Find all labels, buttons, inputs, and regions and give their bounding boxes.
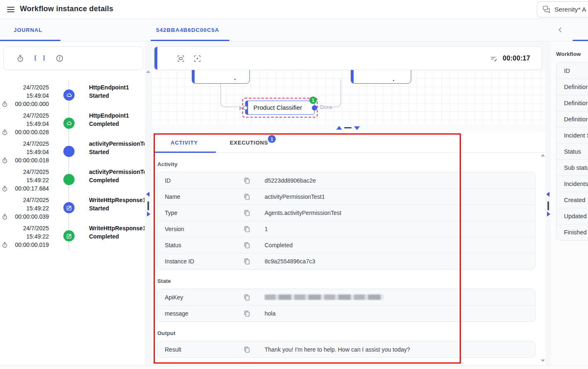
copy-icon[interactable] [243,241,251,249]
input-port[interactable] [243,106,248,110]
entry-status: Completed [89,121,119,127]
journal-panel: [ ] 24/7/2025 15:49:04 00:00:00.000 [0,41,145,365]
right-splitter-gutter [545,41,551,365]
output-port-done[interactable] [312,105,317,111]
elapsed-timer: 00:00:17 [503,55,530,62]
table-row: Sub status [557,159,588,176]
journal-entry[interactable]: 24/7/2025 15:49:22 00:00:17.684 activity… [0,164,145,192]
row-label: message [158,310,243,317]
row-label: Status [158,242,243,248]
table-row: Status Completed [158,237,535,253]
workflow-properties-panel: Workflow ID Definition ID Definition ver… [551,41,588,365]
executions-count-badge: 1 [268,135,276,143]
masked-value [265,294,383,300]
entry-activity-name: activityPermissionTest1 [89,140,145,147]
journal-entry[interactable]: 24/7/2025 15:49:04 00:00:00.028 HttpEndp… [0,108,145,136]
entry-activity-name: HttpEndpoint1 [89,84,129,91]
execution-log-icon[interactable] [490,55,497,62]
zoom-to-fit-icon[interactable] [177,55,184,62]
entry-duration: 00:00:00.019 [0,241,49,248]
tab-workflow-underline [573,40,588,41]
row-label: Version [158,226,243,232]
row-label: ID [158,177,243,184]
scroll-down-icon[interactable] [541,359,545,362]
expand-right-arrow[interactable] [147,212,150,217]
toolbar-accent-bar [154,47,157,70]
tab-activity[interactable]: ACTIVITY [171,140,198,146]
entry-activity-name: activityPermissionTest1 [89,169,145,175]
collapse-left-arrow[interactable] [146,192,149,197]
scroll-up-icon[interactable] [541,154,545,157]
row-label: Definition ID [564,84,588,90]
node-title-ellipsis [234,79,236,80]
chat-icon [542,5,551,14]
activity-status-icon [63,202,75,213]
node-accent-bar [192,70,195,83]
copy-icon[interactable] [243,258,251,265]
stopwatch-filter-icon[interactable] [17,55,24,62]
table-row: Status [557,143,588,159]
table-row: Name activityPermissionTest1 [158,188,535,205]
row-value: 1 [265,226,268,232]
resize-handle[interactable] [344,127,352,128]
selected-node-product-classifier[interactable]: Product Classifier 1 Done [245,101,315,115]
output-port-label: Done [319,104,333,110]
assistant-button[interactable]: Serenity* A [537,1,588,17]
workflow-node-partial[interactable] [192,70,250,84]
entry-date: 24/7/2025 [0,197,49,203]
node-title: Product Classifier [253,104,302,111]
expand-up-arrow[interactable] [336,126,342,130]
tab-instance-id[interactable]: 542BBA4B6DC00C5A [156,27,219,33]
row-label: Definition version [564,100,588,106]
table-row: Definition version ID [557,111,588,127]
activity-status-icon [63,174,75,185]
entry-date: 24/7/2025 [0,112,49,119]
journal-scroll-up-icon[interactable] [146,70,150,73]
journal-entry[interactable]: 24/7/2025 15:49:04 00:00:00.018 activity… [0,136,145,164]
detail-section: Output Result Thank you! I'm here to hel… [157,330,535,358]
center-view-icon[interactable] [194,55,201,62]
row-value: hola [265,310,275,317]
detail-section: Activity ID d5223dd8906bac2e [157,161,535,270]
workflow-canvas[interactable]: Product Classifier 1 Done [152,70,545,124]
copy-icon[interactable] [243,177,251,184]
brackets-filter-icon[interactable]: [ ] [34,55,46,62]
copy-icon[interactable] [243,225,251,233]
panel-resize-strip [152,124,545,132]
section-title: Activity [157,161,535,167]
copy-icon[interactable] [243,346,251,353]
entry-time: 15:49:22 [0,205,49,212]
splitter-handle[interactable] [547,201,549,210]
splitter-handle[interactable] [147,201,149,210]
table-row: Version 1 [158,221,535,237]
tab-journal[interactable]: JOURNAL [14,27,42,33]
entry-time: 15:49:22 [0,233,49,240]
activity-status-icon [63,146,75,157]
journal-entry[interactable]: 24/7/2025 15:49:04 00:00:00.000 HttpEndp… [0,80,145,108]
table-row: ID d5223dd8906bac2e [158,172,535,188]
table-row: Incident Strategy [557,127,588,143]
workflow-node-partial[interactable] [351,70,411,84]
section-title: State [157,278,535,284]
designer-panel: 00:00:17 Product Classifier 1 [152,41,545,365]
journal-toolbar: [ ] [3,46,143,70]
entry-date: 24/7/2025 [0,140,49,147]
journal-entry[interactable]: 24/7/2025 15:49:22 00:00:00.019 WriteHtt… [0,220,145,248]
hamburger-menu-icon[interactable] [7,5,15,14]
collapse-left-arrow[interactable] [546,192,549,197]
expand-right-arrow[interactable] [547,212,550,217]
row-label: ApiKey [158,294,243,301]
collapse-down-arrow[interactable] [354,126,360,130]
tab-executions[interactable]: EXECUTIONS [230,140,268,146]
copy-icon[interactable] [243,193,251,200]
activity-status-icon [63,89,75,101]
copy-icon[interactable] [243,209,251,217]
copy-icon[interactable] [243,310,251,317]
copy-icon[interactable] [243,294,251,301]
row-label: ID [564,68,570,74]
collapse-panel-chevron-icon[interactable] [557,27,563,33]
entry-status: Completed [89,233,119,240]
journal-entry[interactable]: 24/7/2025 15:49:22 00:00:00.039 WriteHtt… [0,192,145,220]
incidents-filter-icon[interactable] [56,55,63,62]
row-label: Type [158,210,243,216]
